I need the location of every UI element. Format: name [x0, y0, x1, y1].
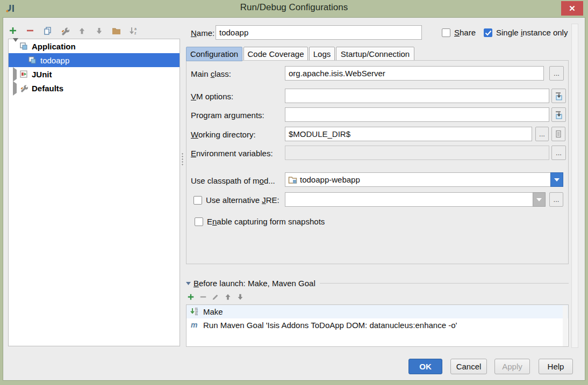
module-combobox[interactable]: todoapp-webapp — [285, 172, 563, 187]
enable-snapshots-checkbox[interactable]: Enable capturing form snapshots — [195, 217, 325, 226]
before-launch-section-header[interactable]: Before launch: Make, Maven Goal — [186, 279, 569, 288]
environment-variables-input[interactable] — [285, 146, 549, 160]
help-button[interactable]: Help — [539, 359, 573, 374]
tab-configuration[interactable]: Configuration — [186, 47, 242, 61]
environment-variables-label: Environment variables: — [191, 149, 273, 158]
tree-item-label: JUnit — [32, 70, 52, 79]
vm-options-label: VM options: — [191, 92, 233, 101]
pencil-icon — [212, 293, 219, 301]
tree-item-label: Application — [32, 42, 76, 51]
configurations-toolbar: a z — [7, 24, 139, 38]
share-label: Share — [454, 28, 476, 37]
program-arguments-label: Program arguments: — [191, 111, 264, 120]
add-task-button[interactable] — [187, 293, 195, 301]
tab-code-coverage[interactable]: Code Coverage — [243, 47, 308, 61]
arrow-up-icon — [78, 27, 86, 35]
move-task-down-button[interactable] — [236, 293, 244, 301]
main-class-input[interactable] — [285, 66, 544, 81]
single-instance-checkbox[interactable]: Single instance only — [484, 28, 568, 37]
run-debug-configurations-dialog: Run/Debug Configurations ✕ — [0, 0, 588, 385]
insert-macro-button[interactable] — [551, 127, 565, 141]
checkbox-unchecked-icon — [193, 196, 202, 205]
ok-button[interactable]: OK — [408, 359, 442, 374]
task-list-item-maven-goal[interactable]: m Run Maven Goal 'Isis Addons ToDoApp DO… — [187, 318, 568, 332]
name-input[interactable] — [216, 25, 422, 40]
task-list-scrollbar[interactable] — [563, 306, 568, 346]
create-folder-button[interactable] — [110, 25, 122, 37]
chevron-down-icon — [554, 178, 560, 181]
working-directory-label: Working directory: — [191, 130, 256, 139]
move-configuration-up-button[interactable] — [76, 25, 88, 37]
expand-editor-icon — [555, 111, 563, 119]
browse-environment-variables-button[interactable]: ... — [551, 146, 566, 160]
apply-button[interactable]: Apply — [494, 359, 530, 374]
tree-item-junit[interactable]: JUnit — [9, 67, 180, 81]
move-task-up-button[interactable] — [224, 293, 232, 301]
expand-vm-options-button[interactable] — [551, 89, 566, 103]
cancel-button[interactable]: Cancel — [450, 359, 487, 374]
tree-item-application[interactable]: Application — [9, 39, 180, 53]
sort-configurations-button[interactable]: a z — [127, 25, 139, 37]
folder-icon — [112, 27, 121, 35]
tree-item-todoapp[interactable]: todoapp — [9, 53, 180, 67]
expand-arrow-icon[interactable] — [13, 42, 19, 51]
remove-configuration-button[interactable] — [24, 25, 36, 37]
tree-item-label: todoapp — [40, 56, 69, 65]
edit-task-button[interactable] — [212, 293, 219, 301]
ellipsis-icon: ... — [554, 69, 560, 77]
collapse-arrow-icon[interactable] — [13, 84, 19, 93]
collapse-arrow-icon[interactable] — [13, 70, 19, 79]
copy-icon — [43, 26, 52, 35]
name-label: Name: — [191, 28, 214, 38]
checkbox-checked-icon — [484, 28, 492, 37]
vm-options-input[interactable] — [285, 89, 549, 103]
copy-configuration-button[interactable] — [41, 25, 53, 37]
expand-editor-icon — [555, 92, 563, 100]
wrench-icon — [19, 84, 29, 92]
add-configuration-button[interactable] — [7, 25, 19, 37]
right-scrollbar[interactable] — [571, 24, 578, 348]
section-divider — [320, 283, 569, 284]
wrench-icon — [60, 26, 69, 35]
task-list-item-make[interactable]: 01 10 01 Make — [187, 305, 568, 318]
task-label: Run Maven Goal 'Isis Addons ToDoApp DOM:… — [203, 321, 457, 330]
remove-task-button[interactable] — [199, 293, 207, 301]
chevron-down-icon — [536, 198, 542, 201]
browse-main-class-button[interactable]: ... — [549, 66, 564, 81]
close-icon: ✕ — [569, 4, 576, 12]
sort-az-icon: a z — [129, 26, 138, 35]
minus-icon — [26, 26, 34, 35]
browse-jre-button[interactable]: ... — [549, 192, 563, 207]
titlebar: Run/Debug Configurations ✕ — [0, 0, 588, 17]
move-configuration-down-button[interactable] — [93, 25, 105, 37]
share-checkbox[interactable]: Share — [442, 28, 476, 37]
ellipsis-icon: ... — [554, 195, 560, 204]
checkbox-unchecked-icon — [442, 28, 450, 37]
edit-defaults-button[interactable] — [59, 25, 70, 37]
working-directory-input[interactable] — [285, 127, 532, 141]
ellipsis-icon: ... — [539, 130, 545, 138]
combo-dropdown-button[interactable] — [550, 172, 563, 187]
before-launch-toolbar — [187, 292, 244, 302]
jre-dropdown-button[interactable] — [533, 192, 546, 207]
tree-item-defaults[interactable]: Defaults — [9, 81, 180, 95]
junit-icon — [19, 70, 29, 78]
application-icon — [19, 42, 29, 50]
use-alternative-jre-label: Use alternative JRE: — [206, 195, 279, 205]
svg-text:z: z — [134, 31, 137, 35]
close-button[interactable]: ✕ — [561, 1, 583, 16]
single-instance-label: Single instance only — [496, 28, 568, 37]
jre-combobox[interactable] — [285, 192, 546, 207]
browse-working-directory-button[interactable]: ... — [535, 127, 549, 141]
expand-program-arguments-button[interactable] — [551, 107, 566, 122]
collapse-triangle-icon — [186, 281, 191, 286]
tab-startup-connection[interactable]: Startup/Connection — [336, 47, 414, 61]
tree-item-label: Defaults — [32, 84, 63, 93]
program-arguments-input[interactable] — [285, 107, 549, 122]
use-classpath-label: Use classpath of mod... — [191, 176, 275, 185]
arrow-down-icon — [95, 27, 103, 35]
splitter-handle[interactable] — [181, 152, 184, 166]
use-alternative-jre-checkbox[interactable]: Use alternative JRE: — [193, 195, 279, 205]
tab-logs[interactable]: Logs — [309, 47, 335, 61]
window-title: Run/Debug Configurations — [0, 2, 588, 13]
